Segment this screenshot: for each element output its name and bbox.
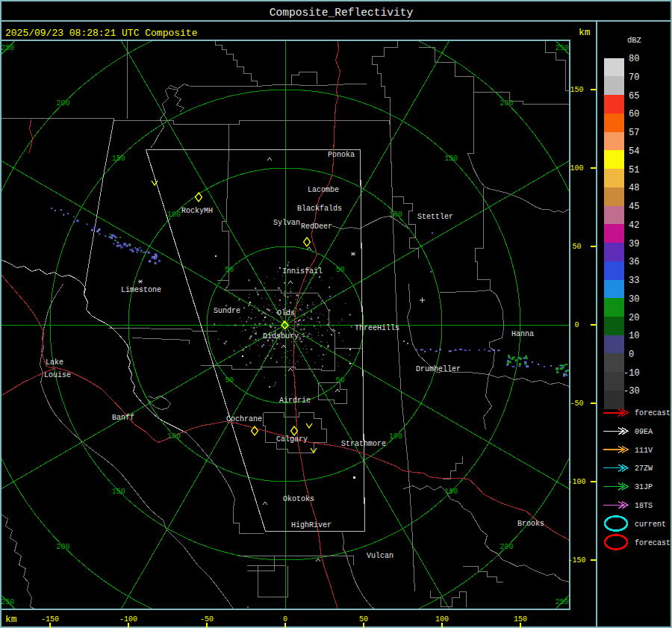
svg-text:100: 100 [389, 211, 402, 219]
svg-text:forecast: forecast [635, 539, 671, 547]
svg-text:Calgary: Calgary [276, 435, 308, 444]
svg-text:27ZW: 27ZW [635, 464, 653, 473]
svg-text:Lacombe: Lacombe [308, 186, 339, 194]
svg-text:-30: -30 [623, 386, 640, 397]
svg-text:39: 39 [629, 239, 639, 249]
svg-text:60: 60 [629, 109, 639, 119]
svg-text:-50: -50 [200, 615, 214, 624]
svg-text:Louise: Louise [44, 371, 71, 379]
svg-text:RedDeer: RedDeer [301, 223, 332, 231]
svg-text:-100: -100 [567, 478, 585, 486]
svg-text:250: 250 [1, 44, 14, 52]
svg-text:Brooks: Brooks [517, 520, 544, 528]
svg-text:36: 36 [629, 257, 639, 267]
svg-text:-50: -50 [570, 400, 583, 408]
svg-text:Hanna: Hanna [511, 330, 534, 338]
svg-text:45: 45 [629, 202, 639, 212]
svg-text:100: 100 [435, 615, 449, 624]
svg-text:current: current [635, 520, 666, 529]
svg-text:150: 150 [570, 86, 583, 94]
svg-text:48: 48 [629, 183, 639, 193]
svg-text:Vulcan: Vulcan [367, 552, 393, 560]
svg-text:RockyMH: RockyMH [181, 207, 213, 215]
svg-text:0: 0 [574, 321, 579, 329]
svg-text:0: 0 [283, 615, 287, 624]
svg-text:Lake: Lake [46, 358, 63, 367]
svg-text:Cochrane: Cochrane [226, 415, 262, 423]
svg-text:Sundre: Sundre [214, 307, 240, 315]
svg-text:65: 65 [629, 91, 639, 102]
svg-text:200: 200 [56, 99, 69, 108]
svg-text:200: 200 [500, 99, 513, 108]
svg-text:2025/09/23 08:28:21 UTC Compos: 2025/09/23 08:28:21 UTC Composite [5, 28, 197, 39]
svg-text:-150: -150 [567, 556, 585, 565]
svg-text:70: 70 [629, 72, 639, 83]
svg-text:100: 100 [570, 164, 583, 172]
svg-text:Sylvan: Sylvan [273, 219, 300, 227]
svg-text:51: 51 [629, 165, 639, 175]
svg-text:18TS: 18TS [635, 502, 653, 510]
svg-text:250: 250 [1, 598, 14, 606]
svg-text:Banff: Banff [112, 414, 134, 422]
svg-text:31JP: 31JP [635, 483, 653, 491]
svg-text:Didsbury: Didsbury [263, 332, 299, 341]
svg-text:50: 50 [225, 376, 234, 385]
svg-text:42: 42 [629, 220, 639, 231]
svg-text:150: 150 [444, 155, 458, 163]
svg-text:Airdrie: Airdrie [279, 397, 311, 405]
svg-text:0: 0 [629, 349, 634, 360]
svg-text:100: 100 [167, 211, 181, 219]
svg-text:Olds: Olds [277, 309, 295, 317]
svg-text:HighRiver: HighRiver [291, 521, 332, 529]
svg-text:-10: -10 [623, 368, 640, 379]
svg-text:33: 33 [629, 276, 639, 286]
svg-text:dBZ: dBZ [627, 36, 641, 45]
svg-text:Okotoks: Okotoks [283, 495, 314, 503]
svg-text:50: 50 [336, 266, 345, 274]
svg-text:forecast: forecast [635, 409, 671, 417]
svg-text:150: 150 [112, 488, 125, 496]
svg-text:Composite_Reflectivity: Composite_Reflectivity [270, 7, 414, 19]
svg-text:10: 10 [629, 331, 639, 341]
svg-text:Stettler: Stettler [417, 213, 453, 221]
svg-text:Innisfail: Innisfail [282, 267, 323, 276]
svg-text:50: 50 [572, 243, 581, 251]
svg-text:50: 50 [225, 266, 234, 274]
svg-text:ThreeHills: ThreeHills [355, 324, 399, 332]
svg-text:100: 100 [167, 432, 181, 441]
svg-text:km: km [579, 27, 591, 38]
svg-text:200: 200 [500, 543, 513, 551]
svg-text:250: 250 [556, 44, 569, 52]
svg-text:30: 30 [629, 294, 639, 305]
svg-text:Drumheller: Drumheller [416, 365, 461, 373]
svg-text:Strathmore: Strathmore [341, 440, 386, 448]
svg-text:Blackfalds: Blackfalds [297, 205, 342, 213]
svg-text:250: 250 [556, 598, 569, 606]
svg-text:57: 57 [629, 128, 639, 138]
svg-text:111V: 111V [635, 447, 653, 455]
svg-text:54: 54 [629, 146, 639, 157]
svg-text:20: 20 [629, 313, 639, 323]
svg-text:09EA: 09EA [635, 428, 653, 436]
svg-text:150: 150 [112, 155, 125, 163]
svg-text:Ponoka: Ponoka [328, 151, 355, 159]
svg-text:200: 200 [56, 543, 69, 551]
svg-text:80: 80 [629, 54, 639, 64]
svg-text:km: km [5, 614, 17, 625]
svg-text:150: 150 [444, 488, 458, 496]
svg-text:100: 100 [389, 432, 402, 441]
svg-text:50: 50 [359, 615, 368, 624]
svg-text:Limestone: Limestone [121, 286, 161, 294]
svg-text:-150: -150 [41, 615, 59, 624]
svg-text:150: 150 [514, 615, 527, 624]
svg-text:50: 50 [336, 376, 345, 385]
svg-text:-100: -100 [119, 615, 137, 624]
